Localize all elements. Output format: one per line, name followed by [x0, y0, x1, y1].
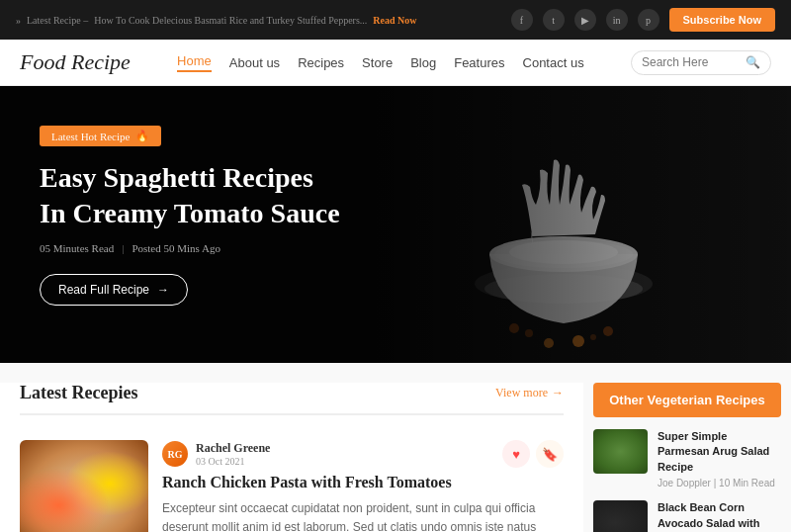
- sidebar-item: Super Simple Parmesan Arug Salad Recipe …: [593, 429, 781, 488]
- sidebar-item-meta: Joe Doppler | 10 Min Read: [658, 478, 781, 488]
- hero-title: Easy Spaghetti Recipes In Creamy Tomato …: [40, 160, 415, 232]
- nav-home[interactable]: Home: [177, 53, 212, 72]
- ticker: Latest Recipe – How To Cook Delecious Ba…: [27, 15, 417, 26]
- heart-button[interactable]: ♥: [502, 440, 530, 468]
- nav-blog[interactable]: Blog: [410, 55, 436, 70]
- top-bar: » Latest Recipe – How To Cook Delecious …: [0, 0, 791, 40]
- author-details: Rachel Greene 03 Oct 2021: [196, 441, 270, 467]
- sidebar-item-title: Black Bean Corn Avocado Salad with Rice: [658, 500, 781, 532]
- bookmark-button[interactable]: 🔖: [536, 440, 564, 468]
- recipe-thumbnail: [20, 440, 148, 532]
- search-input[interactable]: [642, 55, 741, 69]
- arrow-icon: →: [157, 283, 169, 297]
- ticker-text: How To Cook Delecious Basmati Rice and T…: [94, 15, 367, 26]
- main-nav: Home About us Recipes Store Blog Feature…: [177, 53, 584, 72]
- read-time: 05 Minutes Read: [40, 242, 114, 254]
- recipe-actions: ♥ 🔖: [502, 440, 564, 468]
- nav-features[interactable]: Features: [454, 55, 504, 70]
- section-title: Latest Recepies: [20, 383, 137, 403]
- nav-recipes[interactable]: Recipes: [298, 55, 344, 70]
- search-icon: 🔍: [746, 55, 760, 70]
- recipe-description: Excepteur sint occaecat cupidatat non pr…: [162, 499, 564, 532]
- top-bar-right: f t ▶ in p Subscribe Now: [511, 8, 775, 32]
- hot-recipe-badge: Latest Hot Recipe 🔥: [40, 126, 161, 146]
- logo: Food Recipe: [20, 49, 131, 75]
- sidebar-item-info: Black Bean Corn Avocado Salad with Rice …: [658, 500, 781, 532]
- sidebar-item: Black Bean Corn Avocado Salad with Rice …: [593, 500, 781, 532]
- nav-contact[interactable]: Contact us: [523, 55, 584, 70]
- sidebar-item-title: Super Simple Parmesan Arug Salad Recipe: [658, 429, 781, 475]
- section-header: Latest Recepies View more →: [20, 383, 564, 415]
- content-section: Latest Recepies View more → RG Rachel Gr…: [0, 363, 791, 532]
- top-bar-left: » Latest Recipe – How To Cook Delecious …: [16, 15, 417, 26]
- recipe-info: RG Rachel Greene 03 Oct 2021 ♥ 🔖 Ranch C…: [162, 440, 564, 532]
- ticker-prefix: Latest Recipe –: [27, 15, 88, 26]
- arrow-right-icon: →: [552, 386, 564, 400]
- youtube-icon[interactable]: ▶: [574, 9, 596, 31]
- badge-text: Latest Hot Recipe: [51, 131, 130, 142]
- sidebar-thumb-2: [593, 500, 648, 532]
- meta-divider: |: [122, 242, 124, 254]
- recipe-card: RG Rachel Greene 03 Oct 2021 ♥ 🔖 Ranch C…: [20, 430, 564, 532]
- search-box: 🔍: [631, 50, 771, 75]
- read-full-button[interactable]: Read Full Recipe →: [40, 274, 188, 306]
- fire-icon: 🔥: [135, 130, 149, 142]
- subscribe-button[interactable]: Subscribe Now: [669, 8, 775, 32]
- posted-time: Posted 50 Mins Ago: [132, 242, 220, 254]
- author-avatar: RG: [162, 441, 188, 467]
- recipe-author-row: RG Rachel Greene 03 Oct 2021 ♥ 🔖: [162, 440, 564, 468]
- hero-meta: 05 Minutes Read | Posted 50 Mins Ago: [40, 242, 751, 254]
- hero-section: Latest Hot Recipe 🔥 Easy Spaghetti Recip…: [0, 86, 791, 363]
- author-name: Rachel Greene: [196, 441, 270, 456]
- facebook-icon[interactable]: f: [511, 9, 533, 31]
- pinterest-icon[interactable]: p: [638, 9, 659, 31]
- read-now-link[interactable]: Read Now: [373, 15, 416, 26]
- sidebar-item-info: Super Simple Parmesan Arug Salad Recipe …: [658, 429, 781, 488]
- sidebar-header: Other Vegeterian Recipes: [593, 383, 781, 417]
- recipe-title: Ranch Chicken Pasta with Fresh Tomatoes: [162, 474, 564, 491]
- author-date: 03 Oct 2021: [196, 456, 270, 467]
- nav-about[interactable]: About us: [229, 55, 280, 70]
- sidebar: Other Vegeterian Recipes Super Simple Pa…: [593, 383, 791, 532]
- sidebar-thumb-1: [593, 429, 648, 474]
- linkedin-icon[interactable]: in: [606, 9, 628, 31]
- hero-content: Latest Hot Recipe 🔥 Easy Spaghetti Recip…: [0, 86, 791, 345]
- header: Food Recipe Home About us Recipes Store …: [0, 40, 791, 86]
- view-more-link[interactable]: View more →: [495, 386, 564, 400]
- author-left: RG Rachel Greene 03 Oct 2021: [162, 441, 270, 467]
- twitter-icon[interactable]: t: [543, 9, 565, 31]
- latest-section: Latest Recepies View more → RG Rachel Gr…: [0, 383, 583, 532]
- nav-store[interactable]: Store: [362, 55, 393, 70]
- double-arrow-icon: »: [16, 15, 21, 26]
